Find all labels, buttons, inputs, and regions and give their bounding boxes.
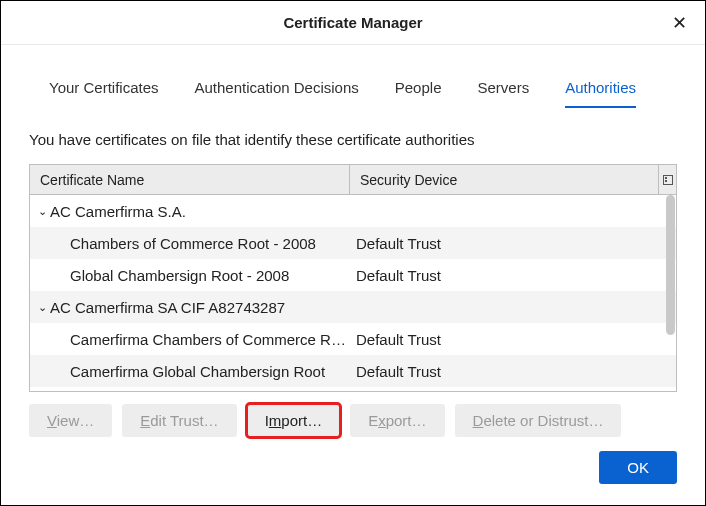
edit-trust-button[interactable]: Edit Trust… <box>122 404 236 437</box>
close-icon[interactable]: ✕ <box>668 10 691 36</box>
import-button[interactable]: Import… <box>247 404 341 437</box>
tabs-bar: Your Certificates Authentication Decisio… <box>29 79 677 109</box>
cert-device: Default Trust <box>350 267 676 284</box>
view-button[interactable]: View… <box>29 404 112 437</box>
tab-servers[interactable]: Servers <box>477 79 529 108</box>
cert-device: Default Trust <box>350 331 676 348</box>
export-button[interactable]: Export… <box>350 404 444 437</box>
chevron-down-icon[interactable]: ⌄ <box>34 301 50 314</box>
table-row[interactable]: ⌄AC Camerfirma S.A. <box>30 195 676 227</box>
table-body: ⌄AC Camerfirma S.A. Chambers of Commerce… <box>30 195 676 392</box>
ok-button[interactable]: OK <box>599 451 677 484</box>
cert-device: Default Trust <box>350 363 676 380</box>
tab-people[interactable]: People <box>395 79 442 108</box>
titlebar: Certificate Manager ✕ <box>1 1 705 45</box>
cert-name: AC Camerfirma S.A. <box>50 203 186 220</box>
column-security-device[interactable]: Security Device <box>350 165 658 194</box>
chevron-down-icon[interactable]: ⌄ <box>34 205 50 218</box>
cert-name: AC Camerfirma SA CIF A82743287 <box>50 299 285 316</box>
svg-rect-1 <box>665 177 667 179</box>
column-certificate-name[interactable]: Certificate Name <box>30 165 350 194</box>
cert-device: Default Trust <box>350 235 676 252</box>
table-row[interactable]: Camerfirma Global Chambersign Root Defau… <box>30 355 676 387</box>
delete-button-label: elete or Distrust… <box>483 412 603 429</box>
svg-rect-0 <box>663 175 672 184</box>
table-header: Certificate Name Security Device <box>30 165 676 195</box>
export-button-label: port… <box>386 412 427 429</box>
delete-or-distrust-button[interactable]: Delete or Distrust… <box>455 404 622 437</box>
cert-name: Camerfirma Chambers of Commerce R… <box>30 331 346 348</box>
tab-your-certificates[interactable]: Your Certificates <box>49 79 159 108</box>
cert-name: Camerfirma Global Chambersign Root <box>30 363 325 380</box>
table-row[interactable]: Chambers of Commerce Root - 2008 Default… <box>30 227 676 259</box>
import-button-label: port… <box>281 412 322 429</box>
table-row[interactable]: ⌄AC Camerfirma SA CIF A82743287 <box>30 291 676 323</box>
tab-authentication-decisions[interactable]: Authentication Decisions <box>195 79 359 108</box>
table-row[interactable]: Global Chambersign Root - 2008 Default T… <box>30 259 676 291</box>
certificate-table: Certificate Name Security Device ⌄AC Cam… <box>29 164 677 392</box>
edit-trust-button-label: dit Trust… <box>150 412 218 429</box>
window-title: Certificate Manager <box>283 14 422 31</box>
cert-name: Chambers of Commerce Root - 2008 <box>30 235 316 252</box>
cert-name: Global Chambersign Root - 2008 <box>30 267 289 284</box>
column-picker-icon[interactable] <box>658 165 676 194</box>
svg-rect-2 <box>665 180 667 182</box>
button-row: View… Edit Trust… Import… Export… Delete… <box>29 404 677 437</box>
table-row[interactable]: Camerfirma Chambers of Commerce R… Defau… <box>30 323 676 355</box>
tab-authorities[interactable]: Authorities <box>565 79 636 108</box>
view-button-label: iew… <box>57 412 95 429</box>
page-description: You have certificates on file that ident… <box>29 131 677 148</box>
scrollbar-thumb[interactable] <box>666 195 675 335</box>
